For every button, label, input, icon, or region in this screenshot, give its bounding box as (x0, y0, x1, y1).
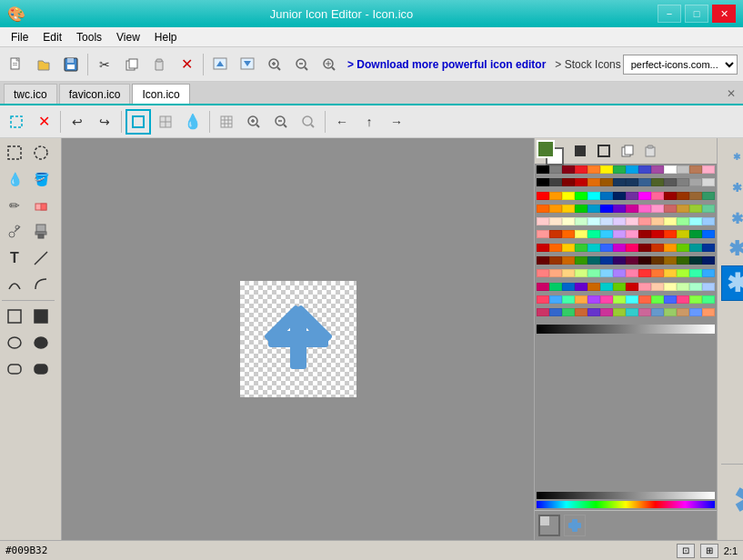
palette-color[interactable] (626, 217, 638, 225)
palette-color[interactable] (575, 283, 587, 291)
palette-color[interactable] (689, 269, 702, 277)
palette-color[interactable] (702, 308, 715, 316)
palette-color[interactable] (549, 244, 562, 252)
palette-color[interactable] (651, 205, 664, 213)
palette-color[interactable] (587, 256, 600, 265)
palette-color[interactable] (638, 217, 651, 225)
palette-color[interactable] (587, 244, 600, 252)
copy-button[interactable] (119, 52, 145, 77)
palette-color[interactable] (600, 256, 613, 265)
palette-color[interactable] (702, 283, 715, 291)
palette-color[interactable] (677, 178, 689, 186)
palette-color[interactable] (702, 217, 715, 225)
menu-tools[interactable]: Tools (69, 29, 109, 45)
palette-color[interactable] (638, 283, 651, 291)
palette-color[interactable] (638, 230, 651, 238)
palette-color[interactable] (626, 244, 638, 252)
palette-color[interactable] (677, 283, 689, 291)
tool-rect-fill[interactable] (28, 304, 54, 329)
tool-line[interactable] (28, 245, 54, 271)
palette-color[interactable] (575, 295, 587, 304)
tb2-frame-select[interactable] (126, 109, 151, 135)
tb2-zoom-in[interactable] (241, 109, 266, 135)
tool-curve[interactable] (2, 272, 27, 297)
palette-color[interactable] (689, 230, 702, 238)
palette-color[interactable] (677, 295, 689, 304)
palette-color[interactable] (638, 308, 651, 316)
palette-color[interactable] (575, 217, 587, 225)
palette-color[interactable] (587, 283, 600, 291)
palette-color[interactable] (562, 165, 575, 174)
tab-icon[interactable]: Icon.ico (132, 84, 189, 104)
palette-color[interactable] (689, 256, 702, 265)
palette-color[interactable] (562, 295, 575, 304)
zoom-in-button[interactable] (262, 52, 287, 77)
palette-color[interactable] (689, 165, 702, 174)
palette-color[interactable] (537, 165, 549, 174)
size-24x24[interactable]: ✱ 24x2432bpp (721, 173, 743, 202)
foreground-color-swatch[interactable] (537, 140, 555, 158)
palette-color[interactable] (549, 165, 562, 174)
palette-color[interactable] (651, 283, 664, 291)
cut-button[interactable]: ✂ (92, 52, 117, 77)
palette-color[interactable] (613, 230, 626, 238)
palette-color[interactable] (537, 192, 549, 200)
close-button[interactable]: ✕ (712, 5, 736, 23)
palette-color[interactable] (702, 178, 715, 186)
open-button[interactable] (31, 52, 56, 77)
palette-color[interactable] (677, 269, 689, 277)
size-32x32[interactable]: ✱ 32x3232bpp (721, 204, 743, 233)
palette-color[interactable] (689, 295, 702, 304)
tool-fill[interactable]: 🪣 (28, 166, 54, 192)
color-btn-copy[interactable] (617, 140, 638, 162)
palette-color[interactable] (664, 308, 677, 316)
palette-color[interactable] (651, 165, 664, 174)
size-16x16[interactable]: ✱ 16x1632bpp (721, 142, 743, 171)
palette-color[interactable] (613, 283, 626, 291)
palette-color[interactable] (664, 192, 677, 200)
size-64x64[interactable]: ✱ 64x6432bpp (721, 265, 743, 301)
palette-color[interactable] (562, 217, 575, 225)
palette-color[interactable] (638, 178, 651, 186)
palette-color[interactable] (537, 178, 549, 186)
palette-color[interactable] (600, 217, 613, 225)
palette-color[interactable] (549, 205, 562, 213)
palette-color[interactable] (575, 269, 587, 277)
tb2-up[interactable]: ↑ (356, 109, 382, 135)
palette-color[interactable] (600, 283, 613, 291)
palette-color[interactable] (613, 217, 626, 225)
color-btn-2[interactable] (593, 140, 615, 162)
palette-color[interactable] (537, 256, 549, 265)
minimize-button[interactable]: − (658, 5, 681, 23)
palette-color[interactable] (549, 269, 562, 277)
palette-color[interactable] (613, 165, 626, 174)
palette-color[interactable] (651, 244, 664, 252)
new-button[interactable] (4, 52, 29, 77)
palette-color[interactable] (702, 269, 715, 277)
import-button[interactable] (207, 52, 233, 77)
save-button[interactable] (58, 52, 84, 77)
tool-select-rect[interactable] (2, 140, 27, 165)
palette-color[interactable] (664, 244, 677, 252)
download-link[interactable]: > Download more powerful icon editor (344, 58, 549, 71)
palette-color[interactable] (702, 230, 715, 238)
tb2-erase[interactable]: ✕ (31, 109, 56, 135)
tool-select-ellipse[interactable] (28, 140, 54, 165)
palette-color[interactable] (664, 205, 677, 213)
palette-color[interactable] (702, 192, 715, 200)
palette-color[interactable] (689, 205, 702, 213)
palette-color[interactable] (537, 283, 549, 291)
palette-color[interactable] (562, 192, 575, 200)
color-gradient[interactable] (537, 501, 715, 508)
palette-color[interactable] (562, 178, 575, 186)
palette-color[interactable] (587, 308, 600, 316)
palette-color[interactable] (664, 295, 677, 304)
palette-color[interactable] (575, 205, 587, 213)
palette-color[interactable] (651, 178, 664, 186)
palette-color[interactable] (626, 178, 638, 186)
palette-color[interactable] (689, 178, 702, 186)
palette-color[interactable] (537, 308, 549, 316)
zoom-out-button[interactable] (289, 52, 315, 77)
delete-button[interactable]: ✕ (174, 52, 199, 77)
palette-color[interactable] (613, 192, 626, 200)
